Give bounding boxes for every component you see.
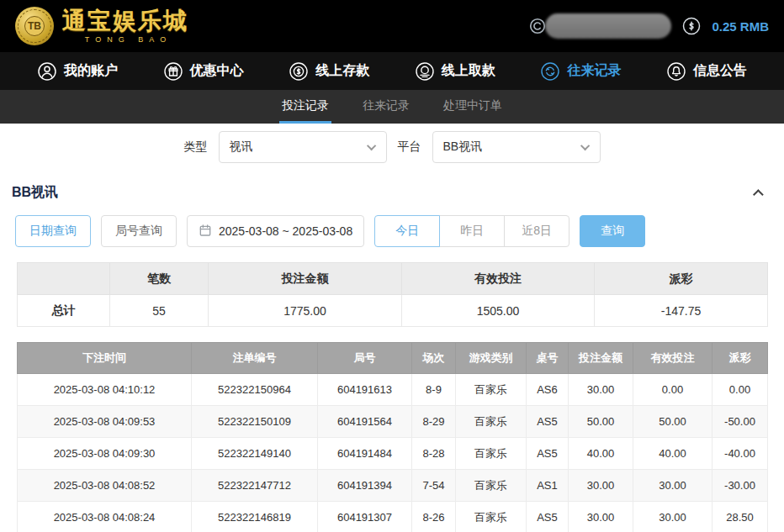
cell-bet-amount-link[interactable]: 30.00: [569, 470, 633, 502]
bell-icon: [666, 61, 686, 82]
summary-table: 笔数 投注金额 有效投注 派彩 总计 55 1775.00 1505.00 -1…: [17, 262, 768, 327]
cell-valid-bet: 0.00: [633, 374, 712, 406]
table-row: 2025-03-08 04:10:12 522322150964 6041916…: [18, 374, 768, 406]
col-count: 笔数: [110, 263, 209, 295]
search-button[interactable]: 查询: [580, 215, 645, 247]
nav-item-label: 线上存款: [315, 62, 369, 80]
nav-item-withdraw[interactable]: 线上取款: [415, 61, 495, 82]
cell-payout: 0.00: [712, 374, 768, 406]
records-cycle-icon: [540, 61, 560, 82]
date-query-button[interactable]: 日期查询: [15, 215, 91, 247]
cell-bet-amount-link[interactable]: 30.00: [569, 374, 633, 406]
type-select[interactable]: 视讯: [219, 131, 387, 163]
table-row: 2025-03-08 04:08:52 522322147712 6041913…: [18, 470, 768, 502]
col-valid-bet: 有效投注: [402, 263, 595, 295]
cell-bet-amount-link[interactable]: 30.00: [569, 502, 633, 532]
tab-pending-orders[interactable]: 处理中订单: [441, 90, 505, 124]
cell-payout: -30.00: [712, 470, 768, 502]
cell-table-no: AS5: [527, 438, 569, 470]
cell-table-no: AS6: [527, 374, 569, 406]
deposit-coin-icon: [289, 61, 309, 82]
withdraw-coin-icon: [415, 61, 435, 82]
cell-bet-time: 2025-03-08 04:09:30: [18, 438, 192, 470]
topbar: TB 通宝娱乐城 TONG BAO 0.25 RMB: [0, 0, 784, 52]
cell-round-id: 604191394: [318, 470, 412, 502]
filter-row: 类型 视讯 平台 BB视讯: [0, 124, 784, 171]
cell-bet-amount-link[interactable]: 40.00: [569, 438, 633, 470]
cell-game-type: 百家乐: [456, 438, 527, 470]
coin-icon: [528, 17, 547, 35]
calendar-icon: [199, 224, 212, 240]
nav-item-label: 往来记录: [567, 62, 621, 80]
cell-bet-time: 2025-03-08 04:09:53: [18, 406, 192, 438]
today-button[interactable]: 今日: [374, 215, 440, 247]
cell-valid-bet: 30.00: [633, 470, 712, 502]
nav-item-label: 优惠中心: [190, 62, 244, 80]
round-query-button[interactable]: 局号查询: [101, 215, 177, 247]
balance-amount: 0.25 RMB: [712, 19, 769, 34]
cell-session: 7-54: [412, 470, 456, 502]
col-order-id: 注单编号: [192, 343, 318, 374]
table-row: 2025-03-08 04:08:24 522322146819 6041913…: [18, 502, 768, 532]
cell-game-type: 百家乐: [456, 374, 527, 406]
type-label: 类型: [184, 140, 208, 155]
tab-bet-records[interactable]: 投注记录: [279, 90, 331, 124]
cell-session: 8-28: [412, 438, 456, 470]
nav-item-my-account[interactable]: 我的账户: [37, 61, 118, 82]
platform-select[interactable]: BB视讯: [432, 131, 601, 163]
col-table-no: 桌号: [527, 343, 569, 374]
query-bar: 日期查询 局号查询 2025-03-08 ~ 2025-03-08 今日 昨日 …: [0, 210, 784, 261]
table-row: 2025-03-08 04:09:53 522322150109 6041915…: [18, 406, 768, 438]
cell-order-id: 522322149140: [192, 438, 318, 470]
cell-round-id: 604191564: [318, 406, 412, 438]
cell-round-id: 604191613: [318, 374, 412, 406]
logo: TB 通宝娱乐城 TONG BAO: [15, 7, 188, 45]
col-bet-amount: 投注金额: [569, 343, 633, 374]
cell-order-id: 522322150964: [192, 374, 318, 406]
summary-header-row: 笔数 投注金额 有效投注 派彩: [18, 263, 768, 295]
cell-bet-time: 2025-03-08 04:08:24: [18, 502, 192, 532]
cell-bet-time: 2025-03-08 04:08:52: [18, 470, 192, 502]
last-8-days-button[interactable]: 近8日: [504, 215, 569, 247]
table-row: 2025-03-08 04:09:30 522322149140 6041914…: [18, 438, 768, 470]
nav-item-label: 我的账户: [64, 62, 118, 80]
col-bet-amount: 投注金额: [209, 263, 402, 295]
col-bet-time: 下注时间: [18, 343, 192, 374]
cell-payout: -50.00: [712, 406, 768, 438]
cell-order-id: 522322147712: [192, 470, 318, 502]
date-range-value: 2025-03-08 ~ 2025-03-08: [219, 224, 352, 238]
total-valid-bet: 1505.00: [402, 295, 595, 327]
nav-item-label: 信息公告: [693, 62, 747, 80]
nav-item-deposit[interactable]: 线上存款: [289, 61, 369, 82]
summary-total-row: 总计 55 1775.00 1505.00 -147.75: [18, 295, 768, 327]
logo-badge-text: TB: [24, 16, 45, 36]
cell-session: 8-26: [412, 502, 456, 532]
tab-transaction-records[interactable]: 往来记录: [360, 90, 412, 124]
cell-table-no: AS5: [527, 406, 569, 438]
topbar-right: 0.25 RMB: [528, 13, 769, 39]
platform-label: 平台: [398, 140, 421, 155]
cell-payout: 28.50: [712, 502, 768, 532]
cell-valid-bet: 40.00: [633, 438, 712, 470]
total-count: 55: [110, 295, 209, 327]
cell-table-no: AS1: [527, 470, 569, 502]
cell-order-id: 522322146819: [192, 502, 318, 532]
cell-round-id: 604191307: [318, 502, 412, 532]
col-payout: 派彩: [595, 263, 768, 295]
col-valid-bet: 有效投注: [633, 343, 712, 374]
yesterday-button[interactable]: 昨日: [439, 215, 505, 247]
collapse-button[interactable]: [753, 182, 767, 203]
sub-nav: 投注记录 往来记录 处理中订单: [0, 90, 784, 124]
chevron-up-icon: [753, 189, 764, 200]
cell-game-type: 百家乐: [456, 470, 527, 502]
nav-item-records[interactable]: 往来记录: [540, 61, 621, 82]
date-range-input[interactable]: 2025-03-08 ~ 2025-03-08: [187, 215, 364, 247]
cell-session: 8-9: [412, 374, 456, 406]
cell-valid-bet: 30.00: [633, 502, 712, 532]
cell-bet-amount-link[interactable]: 50.00: [569, 406, 633, 438]
nav-item-announcements[interactable]: 信息公告: [666, 61, 747, 82]
chevron-down-icon: [366, 141, 375, 150]
section-title: BB视讯: [12, 184, 58, 202]
nav-item-promotions[interactable]: 优惠中心: [163, 61, 244, 82]
chevron-down-icon: [580, 141, 589, 150]
